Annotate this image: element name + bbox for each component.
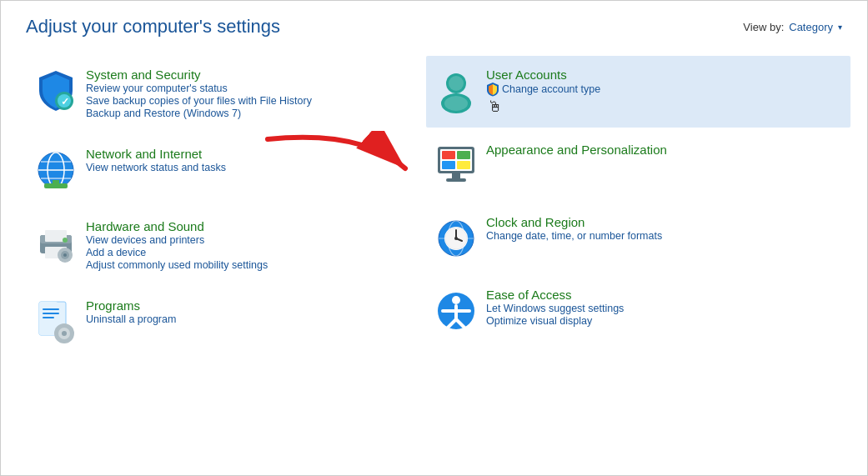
page-title: Adjust your computer's settings xyxy=(26,16,280,38)
programs-title[interactable]: Programs xyxy=(86,298,140,313)
uac-shield-icon xyxy=(486,82,499,97)
svg-point-18 xyxy=(63,253,67,257)
clock-title[interactable]: Clock and Region xyxy=(486,215,585,229)
hardware-icon xyxy=(35,222,77,263)
category-programs: Programs Uninstall a program xyxy=(26,287,401,356)
svg-point-48 xyxy=(452,296,460,304)
svg-rect-33 xyxy=(442,151,455,159)
svg-text:✓: ✓ xyxy=(61,96,69,108)
view-by-value[interactable]: Category xyxy=(789,21,833,33)
svg-point-15 xyxy=(63,238,68,243)
network-text: Network and Internet View network status… xyxy=(81,147,393,174)
svg-point-46 xyxy=(454,237,458,240)
category-appearance: Appearance and Personalization xyxy=(426,131,850,200)
main-content: ✓ System and Security Review your comput… xyxy=(1,48,867,368)
svg-rect-10 xyxy=(53,180,59,184)
category-system-security: ✓ System and Security Review your comput… xyxy=(26,56,401,132)
suggest-settings-link[interactable]: Let Windows suggest settings xyxy=(486,303,842,314)
svg-point-30 xyxy=(444,96,468,111)
mobility-settings-link[interactable]: Adjust commonly used mobility settings xyxy=(86,259,393,271)
svg-rect-21 xyxy=(43,308,59,310)
category-user-accounts: User Accounts Change account type 🖱 xyxy=(426,56,850,128)
view-by-label: View by: xyxy=(743,21,784,33)
svg-rect-35 xyxy=(442,161,455,169)
chevron-down-icon[interactable]: ▾ xyxy=(838,23,842,32)
review-status-link[interactable]: Review your computer's status xyxy=(86,83,393,94)
network-icon-container xyxy=(31,147,81,193)
clock-icon-container xyxy=(431,215,481,261)
svg-point-26 xyxy=(62,331,67,336)
svg-rect-22 xyxy=(43,313,59,314)
ease-icon xyxy=(436,291,476,331)
left-column: ✓ System and Security Review your comput… xyxy=(1,56,418,359)
appearance-text: Appearance and Personalization xyxy=(481,143,842,158)
category-network: Network and Internet View network status… xyxy=(26,135,401,204)
clock-icon xyxy=(435,218,477,259)
programs-icon-container xyxy=(31,298,81,344)
add-device-link[interactable]: Add a device xyxy=(86,247,393,258)
backup-restore-link[interactable]: Backup and Restore (Windows 7) xyxy=(86,108,393,119)
user-accounts-title[interactable]: User Accounts xyxy=(486,68,567,82)
shield-icon: ✓ xyxy=(36,69,76,113)
ease-title[interactable]: Ease of Access xyxy=(486,288,572,302)
system-security-icon-container: ✓ xyxy=(31,68,81,113)
category-ease: Ease of Access Let Windows suggest setti… xyxy=(426,276,850,345)
hardware-icon-container xyxy=(31,219,81,265)
user-accounts-icon xyxy=(434,68,479,113)
system-security-title[interactable]: System and Security xyxy=(86,68,201,82)
svg-point-29 xyxy=(449,76,464,91)
view-by-control[interactable]: View by: Category ▾ xyxy=(743,21,842,33)
appearance-icon-container xyxy=(431,143,481,188)
network-status-link[interactable]: View network status and tasks xyxy=(86,162,393,173)
backup-copies-link[interactable]: Save backup copies of your files with Fi… xyxy=(86,95,393,107)
svg-rect-37 xyxy=(452,173,460,178)
programs-text: Programs Uninstall a program xyxy=(81,298,393,326)
hardware-title[interactable]: Hardware and Sound xyxy=(86,219,204,233)
clock-text: Clock and Region Change date, time, or n… xyxy=(481,215,842,243)
programs-icon xyxy=(36,300,76,343)
svg-rect-38 xyxy=(446,178,466,182)
user-accounts-icon-container xyxy=(431,68,481,113)
system-security-text: System and Security Review your computer… xyxy=(81,68,393,120)
svg-rect-34 xyxy=(457,151,470,159)
hardware-text: Hardware and Sound View devices and prin… xyxy=(81,219,393,272)
svg-rect-36 xyxy=(457,161,470,169)
network-title[interactable]: Network and Internet xyxy=(86,147,202,161)
category-clock: Clock and Region Change date, time, or n… xyxy=(426,203,850,273)
appearance-title[interactable]: Appearance and Personalization xyxy=(486,143,667,157)
appearance-icon xyxy=(434,145,478,187)
cursor-icon: 🖱 xyxy=(488,98,503,116)
category-hardware: Hardware and Sound View devices and prin… xyxy=(26,208,401,283)
svg-rect-23 xyxy=(43,317,54,318)
optimize-display-link[interactable]: Optimize visual display xyxy=(486,315,842,327)
devices-printers-link[interactable]: View devices and printers xyxy=(86,234,393,246)
header: Adjust your computer's settings View by:… xyxy=(1,1,867,48)
date-time-link[interactable]: Change date, time, or number formats xyxy=(486,230,842,242)
uninstall-link[interactable]: Uninstall a program xyxy=(86,313,393,325)
ease-icon-container xyxy=(431,288,481,333)
ease-text: Ease of Access Let Windows suggest setti… xyxy=(481,288,842,328)
change-account-type-link[interactable]: Change account type xyxy=(486,83,842,98)
right-column: User Accounts Change account type 🖱 xyxy=(418,56,867,359)
user-accounts-text: User Accounts Change account type 🖱 xyxy=(481,68,842,116)
network-icon xyxy=(36,150,76,190)
